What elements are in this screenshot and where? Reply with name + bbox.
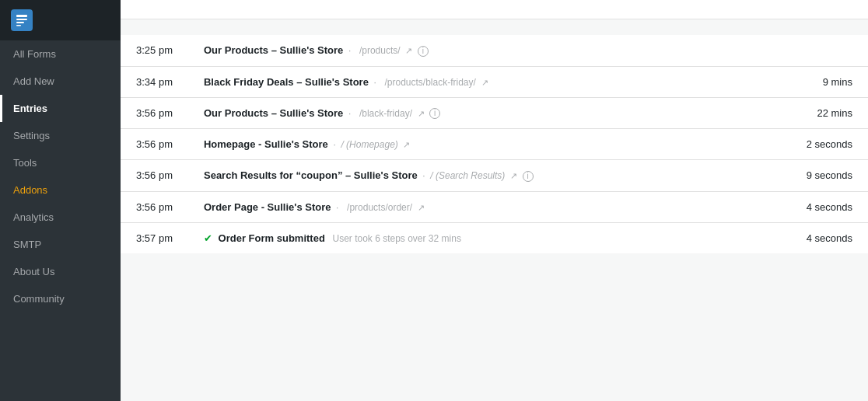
dot-separator: ·: [348, 108, 351, 119]
journey-page-title: Homepage - Sullie's Store: [204, 138, 328, 150]
external-link-icon[interactable]: ↗: [418, 203, 425, 213]
svg-rect-3: [16, 25, 21, 26]
sidebar: All FormsAdd NewEntriesSettingsToolsAddo…: [0, 0, 121, 401]
wpforms-logo-icon: [11, 9, 33, 31]
dot-separator: ·: [336, 202, 338, 213]
sidebar-item-analytics[interactable]: Analytics: [0, 204, 121, 231]
page-url: /products/black-friday/: [385, 77, 476, 88]
journey-duration: 22 mins: [790, 97, 868, 129]
journey-duration: 2 seconds: [790, 129, 868, 160]
page-url: / (Homepage): [341, 139, 397, 150]
journey-duration: 9 mins: [790, 66, 868, 97]
sidebar-item-all-forms[interactable]: All Forms: [0, 40, 121, 68]
journey-page-title: Our Products – Sullie's Store: [204, 107, 343, 119]
dot-separator: ·: [374, 77, 376, 88]
table-row: 3:25 pm Our Products – Sullie's Store · …: [121, 35, 868, 66]
sidebar-item-smtp[interactable]: SMTP: [0, 231, 121, 258]
journey-info: ✔ Order Form submitted User took 6 steps…: [188, 222, 790, 253]
svg-rect-1: [16, 19, 27, 20]
journey-duration: 4 seconds: [790, 222, 868, 253]
main-content: 3:25 pm Our Products – Sullie's Store · …: [121, 0, 868, 401]
external-link-icon[interactable]: ↗: [403, 140, 410, 150]
dot-separator: ·: [348, 45, 351, 56]
journey-duration: 4 seconds: [790, 191, 868, 222]
sidebar-item-settings[interactable]: Settings: [0, 122, 121, 149]
journey-duration: [790, 35, 868, 66]
journey-info: Black Friday Deals – Sullie's Store · /p…: [188, 66, 790, 97]
sidebar-item-about-us[interactable]: About Us: [0, 258, 121, 285]
dot-separator: ·: [422, 170, 425, 181]
journey-duration: 9 seconds: [790, 160, 868, 192]
date-header: [121, 19, 868, 35]
sidebar-item-addons[interactable]: Addons: [0, 176, 121, 204]
table-row: 3:56 pm Our Products – Sullie's Store · …: [121, 97, 868, 129]
journey-page-title: Order Page - Sullie's Store: [204, 201, 331, 213]
journey-time: 3:34 pm: [121, 66, 188, 97]
sidebar-item-entries[interactable]: Entries: [0, 95, 121, 122]
table-row: 3:56 pm Search Results for “coupon” – Su…: [121, 160, 868, 192]
external-link-icon[interactable]: ↗: [418, 109, 425, 119]
page-url: /black-friday/: [359, 108, 412, 119]
journey-time: 3:57 pm: [121, 222, 188, 253]
external-link-icon[interactable]: ↗: [510, 171, 517, 181]
submitted-sub: User took 6 steps over 32 mins: [332, 233, 460, 244]
table-row: 3:57 pm ✔ Order Form submitted User took…: [121, 222, 868, 253]
submitted-label: Order Form submitted: [219, 232, 325, 244]
journey-page-title: Our Products – Sullie's Store: [204, 44, 343, 56]
info-icon[interactable]: i: [429, 108, 440, 119]
info-icon[interactable]: i: [523, 171, 534, 182]
external-link-icon[interactable]: ↗: [481, 78, 488, 88]
page-url: /products/order/: [347, 202, 412, 213]
sidebar-logo[interactable]: [0, 0, 121, 40]
journey-info: Our Products – Sullie's Store · /black-f…: [188, 97, 790, 129]
journey-page-title: Black Friday Deals – Sullie's Store: [204, 76, 369, 88]
journey-time: 3:56 pm: [121, 160, 188, 192]
journey-time: 3:56 pm: [121, 129, 188, 160]
external-link-icon[interactable]: ↗: [405, 46, 412, 56]
check-icon: ✔: [204, 232, 212, 244]
journey-time: 3:56 pm: [121, 191, 188, 222]
journey-info: Search Results for “coupon” – Sullie's S…: [188, 160, 790, 192]
journey-info: Order Page - Sullie's Store · /products/…: [188, 191, 790, 222]
journey-table: 3:25 pm Our Products – Sullie's Store · …: [121, 35, 868, 253]
journey-info: Our Products – Sullie's Store · /product…: [188, 35, 790, 66]
table-row: 3:56 pm Order Page - Sullie's Store · /p…: [121, 191, 868, 222]
table-row: 3:56 pm Homepage - Sullie's Store · / (H…: [121, 129, 868, 160]
table-row: 3:34 pm Black Friday Deals – Sullie's St…: [121, 66, 868, 97]
sidebar-item-community[interactable]: Community: [0, 285, 121, 312]
journey-info: Homepage - Sullie's Store · / (Homepage)…: [188, 129, 790, 160]
sidebar-nav: All FormsAdd NewEntriesSettingsToolsAddo…: [0, 40, 121, 312]
content-area: 3:25 pm Our Products – Sullie's Store · …: [121, 19, 868, 401]
svg-rect-0: [16, 15, 27, 17]
sidebar-item-add-new[interactable]: Add New: [0, 68, 121, 95]
journey-time: 3:25 pm: [121, 35, 188, 66]
dot-separator: ·: [333, 139, 335, 150]
svg-rect-2: [16, 22, 24, 23]
page-url: /products/: [359, 45, 401, 56]
page-header: [121, 0, 868, 19]
info-icon[interactable]: i: [418, 46, 429, 57]
page-url: / (Search Results): [430, 170, 505, 181]
journey-page-title: Search Results for “coupon” – Sullie's S…: [204, 169, 418, 181]
journey-time: 3:56 pm: [121, 97, 188, 129]
sidebar-item-tools[interactable]: Tools: [0, 149, 121, 176]
